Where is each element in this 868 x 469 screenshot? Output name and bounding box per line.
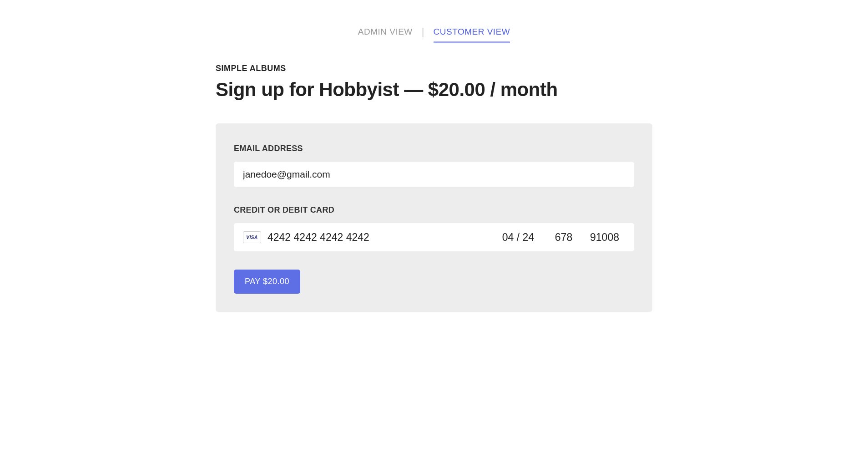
pay-button[interactable]: PAY $20.00 (234, 270, 300, 294)
tab-customer-view[interactable]: CUSTOMER VIEW (434, 25, 510, 39)
tab-admin-view[interactable]: ADMIN VIEW (358, 25, 413, 39)
tab-divider: | (422, 26, 424, 38)
card-zip-input[interactable] (584, 231, 625, 244)
brand-name: SIMPLE ALBUMS (216, 64, 652, 73)
email-label: EMAIL ADDRESS (234, 144, 634, 153)
card-number-input[interactable] (267, 231, 493, 244)
card-label: CREDIT OR DEBIT CARD (234, 205, 634, 215)
card-input-row[interactable]: VISA (234, 223, 634, 251)
page-heading: Sign up for Hobbyist — $20.00 / month (216, 79, 652, 101)
visa-icon: VISA (243, 231, 261, 243)
card-expiry-input[interactable] (493, 231, 543, 244)
signup-form: EMAIL ADDRESS CREDIT OR DEBIT CARD VISA … (216, 123, 652, 312)
email-input[interactable] (234, 162, 634, 187)
card-cvc-input[interactable] (548, 231, 580, 244)
view-tabs: ADMIN VIEW | CUSTOMER VIEW (216, 25, 652, 39)
